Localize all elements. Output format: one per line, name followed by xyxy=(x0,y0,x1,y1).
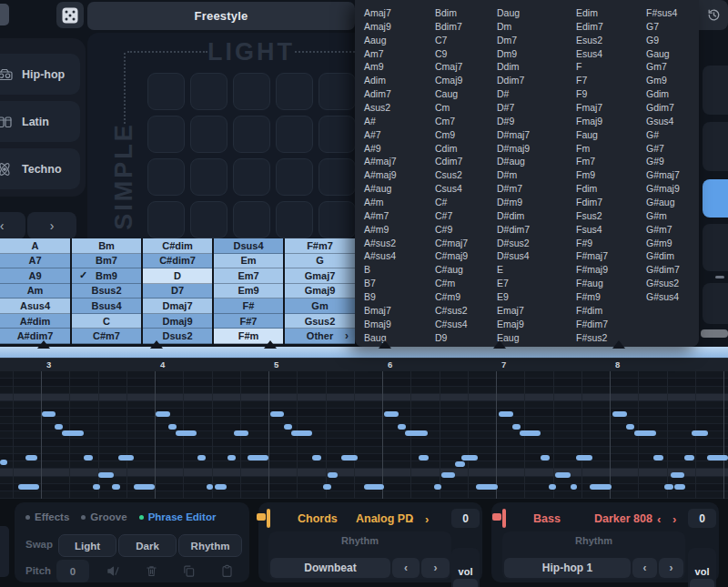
midi-note[interactable] xyxy=(671,472,684,478)
style-pad[interactable] xyxy=(318,158,356,196)
style-pad[interactable] xyxy=(233,201,270,238)
midi-note[interactable] xyxy=(626,424,634,430)
chords-preset-prev[interactable]: ‹ xyxy=(410,512,413,526)
bass-volume-thumb[interactable] xyxy=(690,579,714,587)
chord-cell-gmaj7[interactable]: Gmaj7 xyxy=(285,268,355,284)
chord-menu-item[interactable]: C#m9 xyxy=(435,290,468,304)
chord-cell-gm[interactable]: Gm xyxy=(285,299,355,314)
style-pad[interactable] xyxy=(276,116,313,153)
chord-cell-em7[interactable]: Em7 xyxy=(214,268,283,284)
chord-cell-c[interactable]: C xyxy=(72,314,141,329)
genre-prev-button[interactable]: ‹ xyxy=(0,212,25,239)
midi-note[interactable] xyxy=(692,430,708,436)
chord-menu-item[interactable]: Cmaj9 xyxy=(435,74,468,87)
right-sidebar-button[interactable] xyxy=(703,224,728,271)
midi-note[interactable] xyxy=(499,411,513,417)
style-pad[interactable] xyxy=(147,116,185,153)
bass-transpose-value[interactable]: 0 xyxy=(688,509,716,528)
chord-menu-item[interactable]: Am9 xyxy=(364,60,397,74)
chord-cell-g[interactable]: G xyxy=(285,254,355,269)
chord-menu-item[interactable]: A#m xyxy=(364,196,397,209)
paste-icon[interactable] xyxy=(220,564,234,578)
chords-volume-slider[interactable]: vol xyxy=(451,548,480,587)
chord-cell-a[interactable]: A xyxy=(0,238,70,254)
style-pad[interactable] xyxy=(147,158,185,196)
midi-note[interactable] xyxy=(93,484,100,490)
chord-menu-item[interactable]: C#9 xyxy=(435,223,468,237)
midi-note[interactable] xyxy=(197,455,206,460)
midi-note[interactable] xyxy=(176,430,197,436)
style-pad[interactable] xyxy=(190,158,228,196)
chord-menu-item[interactable]: Csus2 xyxy=(435,168,468,182)
style-pad[interactable] xyxy=(318,73,356,110)
chord-menu-item[interactable]: Gdim7 xyxy=(646,101,680,115)
chord-cell-gsus2[interactable]: Gsus2 xyxy=(285,314,355,329)
midi-note[interactable] xyxy=(156,411,170,417)
chord-cell-other[interactable]: Other› xyxy=(285,329,355,344)
midi-note[interactable] xyxy=(323,484,331,490)
style-pad[interactable] xyxy=(233,73,270,110)
midi-note[interactable] xyxy=(634,430,656,436)
chord-menu-item[interactable]: D#aug xyxy=(497,155,530,168)
midi-note[interactable] xyxy=(684,455,694,460)
style-pad[interactable] xyxy=(190,116,228,153)
style-pad[interactable] xyxy=(276,201,313,238)
chord-menu-item[interactable]: Faug xyxy=(576,128,608,142)
midi-note[interactable] xyxy=(612,411,627,417)
midi-note[interactable] xyxy=(84,455,93,460)
region-marker[interactable] xyxy=(37,340,50,349)
chord-menu-item[interactable]: Ddim7 xyxy=(497,74,530,87)
chord-menu-item[interactable]: E7 xyxy=(497,277,530,290)
chord-menu-item[interactable]: Bmaj9 xyxy=(364,318,397,331)
chord-menu-item[interactable]: C#sus2 xyxy=(435,304,468,318)
chord-menu-item[interactable]: D#m7 xyxy=(497,182,530,196)
chord-menu-item[interactable]: D#sus2 xyxy=(497,237,530,250)
chord-menu-item[interactable]: Fsus2 xyxy=(576,209,608,223)
chord-cell-a9[interactable]: A9 xyxy=(0,268,70,284)
chord-menu-item[interactable]: A#m7 xyxy=(364,209,397,223)
chord-menu-item[interactable]: C#maj7 xyxy=(435,237,468,250)
midi-note[interactable] xyxy=(55,424,63,430)
chord-menu-item[interactable]: G#sus4 xyxy=(646,290,680,304)
midi-note[interactable] xyxy=(341,455,358,460)
chord-menu-item[interactable]: Cm xyxy=(435,101,468,115)
chord-cell-gmaj9[interactable]: Gmaj9 xyxy=(285,284,355,299)
chord-menu-item[interactable]: F#9 xyxy=(576,237,608,250)
chord-menu-item[interactable]: A#maj9 xyxy=(364,168,397,182)
chords-transpose-value[interactable]: 0 xyxy=(451,509,480,528)
chord-cell-bm9[interactable]: Bm9✓ xyxy=(72,268,141,284)
midi-note[interactable] xyxy=(291,430,312,436)
bass-preset-next[interactable]: › xyxy=(672,512,676,526)
timeline-ruler[interactable]: 345678 xyxy=(0,358,728,371)
style-pad[interactable] xyxy=(276,158,313,196)
midi-note[interactable] xyxy=(555,472,571,478)
midi-note[interactable] xyxy=(228,455,236,460)
chord-menu-item[interactable]: F#sus2 xyxy=(576,331,608,345)
chord-menu-item[interactable]: G#dim xyxy=(646,249,680,263)
randomize-button[interactable] xyxy=(56,2,84,28)
chord-cell-bsus4[interactable]: Bsus4 xyxy=(72,299,141,314)
chord-menu-item[interactable]: Cm7 xyxy=(435,115,468,128)
style-pad[interactable] xyxy=(190,201,228,238)
chord-menu-item[interactable]: A#aug xyxy=(364,182,397,196)
chord-menu-item[interactable]: A#maj7 xyxy=(364,155,397,168)
style-pad[interactable] xyxy=(276,73,313,110)
region-marker[interactable] xyxy=(379,340,391,349)
midi-note[interactable] xyxy=(520,430,541,436)
style-pad[interactable] xyxy=(233,158,270,196)
chord-cell-dsus4[interactable]: Dsus4 xyxy=(214,238,283,254)
chord-menu-item[interactable]: Amaj7 xyxy=(364,6,397,20)
chords-enable-toggle[interactable] xyxy=(267,509,270,528)
midi-note[interactable] xyxy=(62,430,84,436)
chord-menu-item[interactable]: C7 xyxy=(435,34,468,47)
midi-note[interactable] xyxy=(312,455,321,460)
midi-note[interactable] xyxy=(42,411,56,417)
chord-menu-item[interactable]: F xyxy=(576,60,608,74)
chord-menu-item[interactable]: C9 xyxy=(435,47,468,61)
style-pad[interactable] xyxy=(318,201,356,238)
chord-menu-item[interactable]: Fm xyxy=(576,142,608,156)
midi-note[interactable] xyxy=(248,455,268,460)
tab-groove[interactable]: Groove xyxy=(81,511,126,522)
chord-menu-item[interactable]: G7 xyxy=(646,20,680,34)
midi-note[interactable] xyxy=(576,455,592,460)
